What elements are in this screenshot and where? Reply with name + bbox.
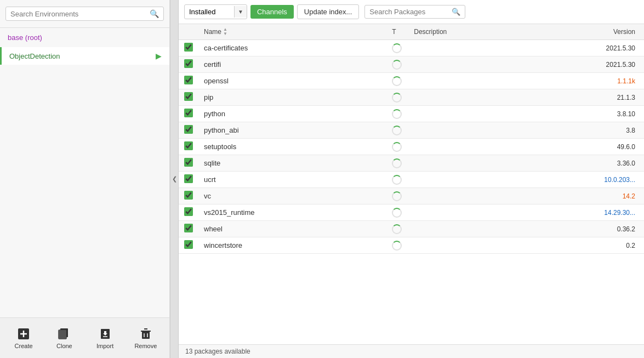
pkg-checkbox-cell (179, 237, 198, 254)
pkg-name: python_abi (204, 126, 239, 134)
search-bar: 🔍 (0, 0, 169, 28)
filter-select[interactable]: Installed Not installed All Updatable (185, 5, 234, 19)
pkg-checkbox-cell (179, 56, 198, 73)
svg-rect-9 (142, 331, 150, 339)
pkg-desc-cell (408, 73, 524, 89)
pkg-type-cell (386, 89, 408, 106)
spinner-icon (392, 60, 402, 70)
pkg-desc-cell (408, 221, 524, 237)
environment-list: base (root) ObjectDetection ▶ (0, 28, 169, 317)
pkg-version: 14.2 (623, 192, 635, 200)
pkg-name-cell: pip (198, 89, 386, 106)
table-row: sqlite 3.36.0 (179, 155, 644, 172)
col-check (179, 24, 198, 40)
pkg-checkbox[interactable] (184, 76, 193, 84)
pkg-version-cell: 3.8.10 (525, 106, 644, 122)
pkg-desc-cell (408, 139, 524, 155)
spinner-icon (392, 126, 402, 135)
pkg-version: 3.8 (626, 127, 635, 134)
search-icon[interactable]: 🔍 (150, 9, 159, 18)
filter-dropdown-arrow[interactable]: ▼ (234, 6, 247, 18)
pkg-version: 0.2 (626, 242, 635, 249)
pkg-checkbox[interactable] (184, 191, 193, 200)
clone-button[interactable]: Clone (45, 323, 83, 353)
pkg-checkbox-cell (179, 40, 198, 56)
pkg-name-cell: python (198, 106, 386, 122)
pkg-checkbox[interactable] (184, 109, 193, 117)
pkg-checkbox-cell (179, 89, 198, 106)
remove-label: Remove (134, 343, 157, 349)
play-icon: ▶ (156, 52, 162, 60)
pkg-name: setuptools (204, 143, 236, 151)
name-sort-arrows: ▲▼ (223, 27, 227, 36)
pkg-checkbox[interactable] (184, 43, 193, 52)
create-button[interactable]: Create (4, 323, 43, 353)
pkg-type-cell (386, 172, 408, 188)
spinner-icon (392, 76, 402, 86)
pkg-version-cell: 49.6.0 (525, 139, 644, 155)
pkg-checkbox[interactable] (184, 92, 193, 101)
table-row: ca-certificates 2021.5.30 (179, 40, 644, 56)
sidebar: 🔍 base (root) ObjectDetection ▶ (0, 0, 170, 358)
col-name[interactable]: Name ▲▼ (198, 24, 386, 40)
package-search-icon[interactable]: 🔍 (452, 8, 460, 16)
sidebar-item-objectdetection[interactable]: ObjectDetection ▶ (0, 47, 169, 65)
pkg-version-cell: 0.2 (525, 237, 644, 254)
collapse-icon: ❮ (172, 175, 177, 183)
packages-table: Name ▲▼ T Description Version ca-certifi… (179, 24, 644, 254)
package-search-wrap: 🔍 (364, 5, 465, 19)
pkg-version: 14.29.30... (604, 209, 635, 217)
channels-button[interactable]: Channels (250, 5, 294, 19)
remove-button[interactable]: Remove (127, 323, 165, 353)
pkg-version-cell: 3.36.0 (525, 155, 644, 172)
search-input-wrap: 🔍 (5, 7, 164, 21)
pkg-version-cell: 14.29.30... (525, 204, 644, 221)
sidebar-footer: Create Clone (0, 317, 169, 358)
sidebar-item-base[interactable]: base (root) (0, 28, 169, 47)
pkg-checkbox[interactable] (184, 59, 193, 68)
spinner-icon (392, 158, 402, 168)
clone-icon (57, 327, 71, 341)
col-description: Description (408, 24, 524, 40)
table-row: vs2015_runtime 14.29.30... (179, 204, 644, 221)
env-base-label: base (root) (8, 33, 42, 42)
table-row: certifi 2021.5.30 (179, 56, 644, 73)
pkg-checkbox-cell (179, 188, 198, 204)
pkg-version-cell: 2021.5.30 (525, 40, 644, 56)
pkg-name: vs2015_runtime (204, 208, 255, 217)
pkg-checkbox[interactable] (184, 207, 193, 216)
pkg-type-cell (386, 221, 408, 237)
update-index-button[interactable]: Update index... (297, 4, 359, 19)
pkg-version-cell: 21.1.3 (525, 89, 644, 106)
pkg-checkbox[interactable] (184, 174, 193, 183)
svg-rect-5 (59, 330, 66, 339)
pkg-desc-cell (408, 122, 524, 139)
import-button[interactable]: Import (86, 323, 124, 353)
pkg-checkbox[interactable] (184, 125, 193, 134)
spinner-icon (392, 109, 402, 119)
pkg-name: ucrt (204, 175, 216, 184)
spinner-icon (392, 241, 402, 251)
pkg-version: 2021.5.30 (606, 61, 635, 69)
spinner-icon (392, 208, 402, 218)
table-header-row: Name ▲▼ T Description Version (179, 24, 644, 40)
pkg-version: 3.36.0 (617, 160, 635, 167)
pkg-desc-cell (408, 106, 524, 122)
pkg-version: 2021.5.30 (606, 44, 635, 52)
pkg-version: 21.1.3 (617, 94, 635, 101)
pkg-checkbox[interactable] (184, 158, 193, 167)
pkg-checkbox-cell (179, 73, 198, 89)
collapse-handle[interactable]: ❮ (170, 0, 179, 358)
pkg-checkbox[interactable] (184, 224, 193, 232)
pkg-version: 1.1.1k (617, 77, 635, 85)
search-environments-input[interactable] (10, 10, 150, 18)
pkg-version-cell: 0.36.2 (525, 221, 644, 237)
pkg-checkbox[interactable] (184, 240, 193, 249)
table-row: wincertstore 0.2 (179, 237, 644, 254)
toolbar: Installed Not installed All Updatable ▼ … (179, 0, 644, 24)
status-bar: 13 packages available (179, 344, 644, 358)
pkg-name-cell: python_abi (198, 122, 386, 139)
pkg-desc-cell (408, 172, 524, 188)
search-packages-input[interactable] (369, 8, 452, 16)
pkg-checkbox[interactable] (184, 141, 193, 150)
